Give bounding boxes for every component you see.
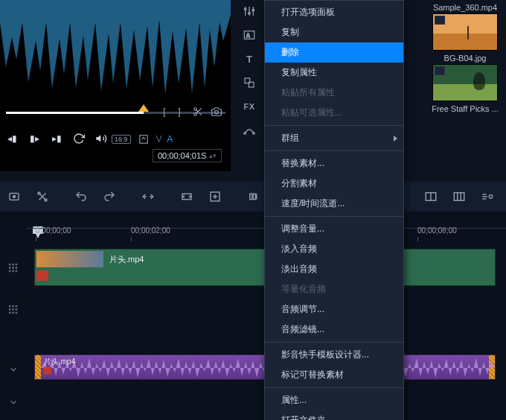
path-tool-icon[interactable] — [241, 122, 257, 139]
next-frame-button[interactable]: ▸▮ — [49, 131, 64, 146]
svg-rect-49 — [9, 270, 11, 273]
storyboard-view-button[interactable] — [448, 185, 470, 208]
record-button[interactable] — [3, 185, 25, 208]
svg-point-22 — [13, 196, 16, 198]
transport-controls: ◂▮ ▮▸ ▸▮ — [4, 131, 109, 146]
menu-item[interactable]: 群组 — [265, 128, 403, 148]
tools-button[interactable] — [31, 185, 54, 208]
menu-item[interactable]: 属性... — [265, 390, 403, 410]
svg-rect-31 — [250, 194, 252, 200]
transition-icon[interactable] — [241, 74, 257, 91]
clip-marker-icon — [36, 270, 48, 281]
track-toggle[interactable]: V A — [156, 134, 175, 144]
ruler-tick: 00;00;08;00 — [417, 226, 457, 235]
svg-rect-57 — [16, 308, 18, 311]
asset-thumbnail[interactable] — [432, 64, 498, 101]
aspect-ratio-badge[interactable]: 16:9 — [112, 135, 131, 144]
menu-item[interactable]: 复制属性 — [265, 63, 403, 83]
mark-out-button[interactable]: ] — [173, 106, 185, 118]
asset-name: BG-B04.jpg — [424, 54, 506, 63]
redo-button[interactable] — [98, 185, 121, 208]
asset-thumbnail[interactable] — [432, 13, 498, 51]
cut-button[interactable] — [192, 106, 204, 118]
overlay-track-header[interactable] — [0, 295, 27, 325]
effects-icon[interactable]: FX — [241, 98, 257, 115]
asset-name: Sample_360.mp4 — [424, 3, 506, 12]
menu-item[interactable]: 复制 — [265, 22, 403, 42]
menu-item[interactable]: 调整音量... — [265, 219, 403, 239]
menu-item[interactable]: 淡入音频 — [265, 239, 403, 259]
svg-rect-56 — [12, 308, 14, 311]
motion-button[interactable] — [476, 185, 499, 208]
svg-point-6 — [215, 110, 219, 114]
menu-item[interactable]: 删除 — [265, 42, 403, 63]
svg-rect-8 — [139, 136, 147, 144]
svg-rect-36 — [454, 193, 464, 201]
side-tool-column: A T FX — [238, 0, 260, 171]
title-tool-icon[interactable]: T — [241, 51, 257, 67]
menu-item[interactable]: 淡出音频 — [265, 259, 403, 279]
menu-item[interactable]: 音频调节... — [265, 299, 403, 319]
waveform-display — [0, 0, 231, 98]
preview-seekbar[interactable]: [ ] — [6, 104, 225, 118]
resize-button[interactable] — [137, 133, 150, 146]
menu-item[interactable]: 打开文件夹... — [265, 410, 403, 420]
menu-item[interactable]: 音频滤镜... — [265, 319, 403, 340]
timecode-field[interactable]: 00;00;04;01S ▴▾ — [153, 149, 222, 162]
svg-point-14 — [252, 9, 254, 11]
audio-track-header-2[interactable] — [0, 387, 27, 417]
menu-separator — [265, 216, 403, 217]
audio-track-header[interactable] — [0, 354, 27, 384]
ruler-tick: 00;00;02;00 — [131, 226, 170, 235]
context-menu: 打开选项面板复制删除复制属性粘贴所有属性粘贴可选属性...群组替换素材...分割… — [264, 0, 404, 420]
seek-playhead-icon[interactable] — [138, 104, 149, 112]
prev-edit-button[interactable] — [243, 185, 265, 208]
media-badge-icon — [435, 16, 445, 25]
clip-trim-handle-left[interactable] — [35, 355, 41, 379]
timeline-panel: 0;00;00;00 00;00;02;00 00;00;08;00 片头.mp… — [0, 211, 506, 420]
svg-line-5 — [196, 110, 198, 112]
timeline-view-button[interactable] — [420, 185, 442, 208]
fit-project-button[interactable] — [176, 185, 198, 208]
video-track-header[interactable] — [0, 253, 27, 283]
menu-item[interactable]: 打开选项面板 — [265, 2, 403, 22]
svg-rect-46 — [9, 267, 11, 269]
svg-rect-50 — [12, 270, 14, 273]
svg-rect-60 — [16, 312, 18, 314]
svg-rect-53 — [12, 305, 14, 308]
svg-rect-55 — [9, 308, 11, 311]
svg-point-39 — [489, 195, 493, 199]
menu-item[interactable]: 替换素材... — [265, 153, 403, 174]
mark-in-button[interactable]: [ — [158, 106, 170, 118]
snapshot-button[interactable] — [211, 106, 222, 118]
menu-item[interactable]: 标记可替换素材 — [265, 365, 403, 385]
loop-button[interactable] — [71, 131, 86, 146]
svg-point-1 — [194, 108, 197, 111]
fit-width-button[interactable] — [137, 185, 159, 208]
asset-library: Sample_360.mp4 BG-B04.jpg Free Staff Pic… — [424, 0, 506, 156]
prev-frame-button[interactable]: ◂▮ — [4, 131, 19, 146]
menu-item[interactable]: 影音快手模板设计器... — [265, 345, 403, 365]
svg-rect-32 — [253, 194, 255, 200]
zoom-button[interactable] — [204, 185, 226, 208]
ruler-tick: 0;00;00;00 — [36, 226, 71, 235]
menu-item[interactable]: 速度/时间流逝... — [265, 194, 403, 214]
volume-button[interactable] — [94, 131, 109, 146]
undo-button[interactable] — [70, 185, 92, 208]
svg-point-13 — [249, 12, 251, 14]
svg-rect-45 — [16, 264, 18, 266]
clip-label: 片头.mp4 — [44, 357, 75, 367]
timeline-toolbar — [0, 182, 506, 211]
svg-rect-43 — [9, 264, 11, 266]
menu-separator — [265, 150, 403, 151]
menu-item[interactable]: 分割素材 — [265, 174, 403, 194]
clip-thumbnail — [36, 251, 103, 267]
mixer-icon[interactable] — [241, 3, 257, 19]
timecode-stepper-icon[interactable]: ▴▾ — [209, 152, 217, 159]
preview-options: 16:9 V A — [112, 133, 174, 146]
svg-rect-44 — [12, 264, 14, 266]
clip-label: 片头.mp4 — [109, 254, 144, 265]
play-button[interactable]: ▮▸ — [27, 131, 42, 146]
menu-item: 等量化音频 — [265, 279, 403, 299]
subtitle-icon[interactable]: A — [241, 27, 257, 43]
